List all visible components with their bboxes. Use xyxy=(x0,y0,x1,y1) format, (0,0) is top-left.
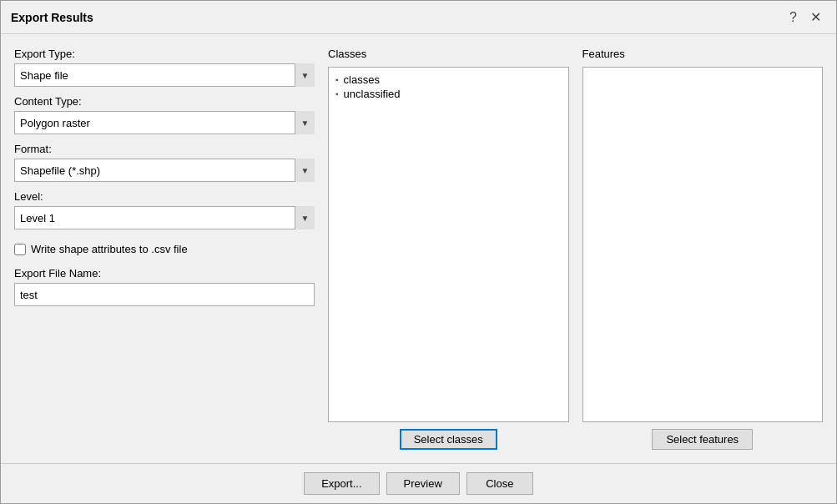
features-list-box[interactable] xyxy=(582,67,824,422)
title-bar: Export Results ? ✕ xyxy=(1,1,836,34)
export-name-input[interactable] xyxy=(14,283,315,306)
close-window-button[interactable]: ✕ xyxy=(805,8,826,27)
dialog-footer: Export... Preview Close xyxy=(1,463,836,503)
title-bar-buttons: ? ✕ xyxy=(784,8,826,27)
features-panel: Features Select features xyxy=(582,48,824,450)
classes-list: classes unclassified xyxy=(335,73,562,101)
format-group: Format: Shapefile (*.shp) CSV (*.csv) Ge… xyxy=(14,143,315,182)
export-type-select-wrapper: Shape file CSV GeoJSON ▼ xyxy=(14,63,315,87)
export-type-group: Export Type: Shape file CSV GeoJSON ▼ xyxy=(14,48,315,87)
export-name-label: Export File Name: xyxy=(14,267,315,280)
list-item: classes xyxy=(335,73,562,87)
select-features-button[interactable]: Select features xyxy=(652,429,753,450)
left-panel: Export Type: Shape file CSV GeoJSON ▼ Co… xyxy=(14,48,315,450)
dialog-title-area: Export Results xyxy=(11,11,93,24)
level-group: Level: Level 1 Level 2 Level 3 ▼ xyxy=(14,190,315,229)
content-type-select-wrapper: Polygon raster Point raster ▼ xyxy=(14,111,315,134)
csv-checkbox-label: Write shape attributes to .csv file xyxy=(31,243,188,255)
close-button[interactable]: Close xyxy=(466,472,533,495)
level-label: Level: xyxy=(14,190,315,203)
list-item: unclassified xyxy=(335,87,562,101)
classes-panel-label: Classes xyxy=(328,48,569,60)
classes-list-box[interactable]: classes unclassified xyxy=(328,67,569,422)
dialog: Export Results ? ✕ Export Type: Shape fi… xyxy=(0,0,837,504)
content-type-select[interactable]: Polygon raster Point raster xyxy=(14,111,315,134)
export-name-group: Export File Name: xyxy=(14,267,315,306)
csv-checkbox[interactable] xyxy=(14,244,26,255)
format-label: Format: xyxy=(14,143,315,155)
format-select[interactable]: Shapefile (*.shp) CSV (*.csv) GeoJSON (*… xyxy=(14,159,315,182)
export-button[interactable]: Export... xyxy=(304,472,379,495)
features-button-row: Select features xyxy=(582,429,824,450)
level-select[interactable]: Level 1 Level 2 Level 3 xyxy=(14,206,315,229)
content-type-group: Content Type: Polygon raster Point raste… xyxy=(14,95,315,134)
format-select-wrapper: Shapefile (*.shp) CSV (*.csv) GeoJSON (*… xyxy=(14,159,315,182)
export-type-label: Export Type: xyxy=(14,48,315,60)
classes-panel: Classes classes unclassified Select clas… xyxy=(328,48,569,450)
preview-button[interactable]: Preview xyxy=(386,472,460,495)
dialog-body: Export Type: Shape file CSV GeoJSON ▼ Co… xyxy=(1,34,836,463)
features-panel-label: Features xyxy=(582,48,824,60)
export-type-select[interactable]: Shape file CSV GeoJSON xyxy=(14,63,315,87)
select-classes-button[interactable]: Select classes xyxy=(400,429,497,450)
dialog-title: Export Results xyxy=(11,11,93,24)
classes-button-row: Select classes xyxy=(328,429,569,450)
help-button[interactable]: ? xyxy=(784,8,802,27)
content-type-label: Content Type: xyxy=(14,95,315,108)
csv-checkbox-row: Write shape attributes to .csv file xyxy=(14,243,315,255)
level-select-wrapper: Level 1 Level 2 Level 3 ▼ xyxy=(14,206,315,229)
right-panels: Classes classes unclassified Select clas… xyxy=(328,48,823,450)
